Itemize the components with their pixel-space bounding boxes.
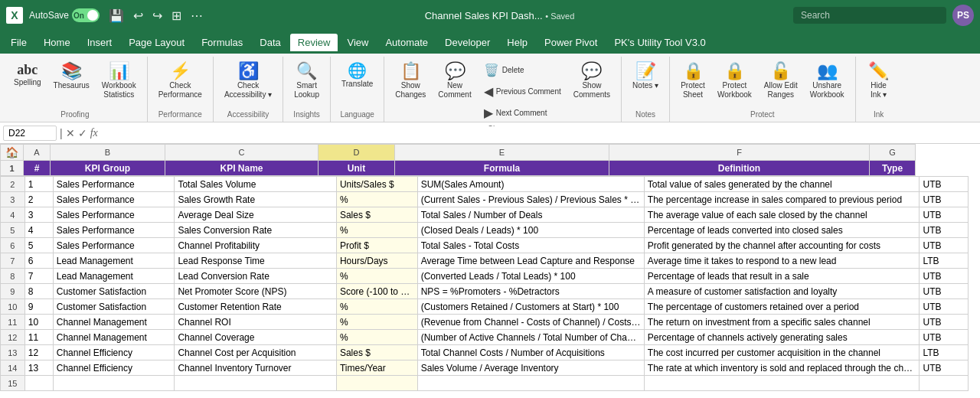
previous-comment-button[interactable]: ◀ Previous Comment: [479, 81, 566, 102]
cell-c13[interactable]: Channel Cost per Acquisition: [175, 345, 337, 360]
cell-g14[interactable]: UTB: [920, 360, 969, 376]
protect-workbook-button[interactable]: 🔒 Protect Workbook: [713, 60, 756, 103]
cell-reference-input[interactable]: [3, 126, 57, 141]
cell-b5[interactable]: Sales Performance: [53, 223, 175, 238]
menu-item-power-pivot[interactable]: Power Pivot: [537, 34, 605, 51]
cell-a14[interactable]: 13: [24, 360, 53, 376]
cell-f10[interactable]: The percentage of customers retained ove…: [644, 299, 920, 315]
cell-e2[interactable]: SUM(Sales Amount): [417, 177, 644, 192]
protect-sheet-button[interactable]: 🔒 Protect Sheet: [676, 60, 710, 103]
cell-d9[interactable]: Score (-100 to 100): [336, 284, 417, 299]
cell-d2[interactable]: Units/Sales $: [336, 177, 417, 192]
cell-d13[interactable]: Sales $: [336, 345, 417, 360]
cell-f14[interactable]: The rate at which inventory is sold and …: [644, 360, 920, 376]
cell-d5[interactable]: %: [336, 223, 417, 238]
cell-f7[interactable]: Average time it takes to respond to a ne…: [644, 253, 920, 269]
cell-f4[interactable]: The average value of each sale closed by…: [644, 207, 920, 223]
unshare-workbook-button[interactable]: 👥 Unshare Workbook: [805, 60, 849, 103]
cell-g4[interactable]: UTB: [920, 207, 969, 223]
hide-ink-button[interactable]: ✏️ Hide Ink ▾: [862, 60, 896, 103]
cell-c10[interactable]: Customer Retention Rate: [175, 299, 337, 315]
cell-b12[interactable]: Channel Management: [53, 330, 175, 345]
autosave-toggle[interactable]: On: [72, 8, 100, 22]
cell-c7[interactable]: Lead Response Time: [175, 253, 337, 269]
menu-item-review[interactable]: Review: [290, 34, 338, 51]
cell-g6[interactable]: UTB: [920, 238, 969, 253]
spelling-button[interactable]: abc Spelling: [9, 60, 46, 90]
cell-b15[interactable]: [53, 376, 175, 391]
cell-a9[interactable]: 8: [24, 284, 53, 299]
grid-icon[interactable]: ⊞: [168, 7, 185, 24]
redo-icon[interactable]: ↪: [149, 7, 165, 24]
cell-a13[interactable]: 12: [24, 345, 53, 360]
menu-item-pk's-utility-tool-v3.0[interactable]: PK's Utility Tool V3.0: [606, 34, 713, 51]
cell-e9[interactable]: NPS = %Promoters - %Detractors: [417, 284, 644, 299]
show-comments-button[interactable]: 💬 Show Comments: [569, 60, 615, 103]
cell-a3[interactable]: 2: [24, 192, 53, 207]
cell-c9[interactable]: Net Promoter Score (NPS): [175, 284, 337, 299]
cell-c4[interactable]: Average Deal Size: [175, 207, 337, 223]
cell-a6[interactable]: 5: [24, 238, 53, 253]
cell-g13[interactable]: LTB: [920, 345, 969, 360]
cell-b8[interactable]: Lead Management: [53, 269, 175, 284]
cell-f11[interactable]: The return on investment from a specific…: [644, 315, 920, 330]
show-changes-button[interactable]: 📋 Show Changes: [390, 60, 430, 103]
allow-edit-ranges-button[interactable]: 🔓 Allow Edit Ranges: [760, 60, 802, 103]
check-performance-button[interactable]: ⚡ Check Performance: [154, 60, 207, 103]
cell-g7[interactable]: LTB: [920, 253, 969, 269]
cell-c2[interactable]: Total Sales Volume: [175, 177, 337, 192]
menu-item-file[interactable]: File: [3, 34, 34, 51]
cell-g9[interactable]: UTB: [920, 284, 969, 299]
cell-e8[interactable]: (Converted Leads / Total Leads) * 100: [417, 269, 644, 284]
col-header-g[interactable]: G: [870, 145, 916, 161]
cell-a15[interactable]: [24, 376, 53, 391]
cell-f6[interactable]: Profit generated by the channel after ac…: [644, 238, 920, 253]
cell-c3[interactable]: Sales Growth Rate: [175, 192, 337, 207]
cell-f9[interactable]: A measure of customer satisfaction and l…: [644, 284, 920, 299]
save-icon[interactable]: 💾: [106, 7, 127, 24]
menu-item-insert[interactable]: Insert: [80, 34, 120, 51]
cell-d7[interactable]: Hours/Days: [336, 253, 417, 269]
cell-e11[interactable]: (Revenue from Channel - Costs of Channel…: [417, 315, 644, 330]
cell-g15[interactable]: [920, 376, 969, 391]
cell-b7[interactable]: Lead Management: [53, 253, 175, 269]
cell-b6[interactable]: Sales Performance: [53, 238, 175, 253]
menu-item-home[interactable]: Home: [36, 34, 78, 51]
check-accessibility-button[interactable]: ♿ Check Accessibility ▾: [220, 60, 276, 103]
cell-e6[interactable]: Total Sales - Total Costs: [417, 238, 644, 253]
cell-a4[interactable]: 3: [24, 207, 53, 223]
smart-lookup-button[interactable]: 🔍 Smart Lookup: [289, 60, 324, 103]
new-comment-button[interactable]: 💬 New Comment: [433, 60, 475, 103]
col-header-e[interactable]: E: [395, 145, 609, 161]
cell-e10[interactable]: (Customers Retained / Customers at Start…: [417, 299, 644, 315]
cell-g10[interactable]: UTB: [920, 299, 969, 315]
cell-a10[interactable]: 9: [24, 299, 53, 315]
cell-d12[interactable]: %: [336, 330, 417, 345]
cell-f8[interactable]: Percentage of leads that result in a sal…: [644, 269, 920, 284]
menu-item-formulas[interactable]: Formulas: [194, 34, 250, 51]
search-input[interactable]: [793, 7, 946, 24]
menu-item-developer[interactable]: Developer: [437, 34, 498, 51]
cell-b11[interactable]: Channel Management: [53, 315, 175, 330]
col-header-a[interactable]: A: [24, 145, 51, 161]
cell-c11[interactable]: Channel ROI: [175, 315, 337, 330]
thesaurus-button[interactable]: 📚 Thesaurus: [49, 60, 94, 93]
more-tools-icon[interactable]: ⋯: [188, 7, 206, 24]
cell-e3[interactable]: (Current Sales - Previous Sales) / Previ…: [417, 192, 644, 207]
insert-function-icon[interactable]: fx: [90, 127, 98, 139]
cell-g5[interactable]: UTB: [920, 223, 969, 238]
cell-c5[interactable]: Sales Conversion Rate: [175, 223, 337, 238]
cell-d15[interactable]: [336, 376, 417, 391]
cell-a7[interactable]: 6: [24, 253, 53, 269]
cell-g3[interactable]: UTB: [920, 192, 969, 207]
cancel-formula-icon[interactable]: ✕: [66, 127, 75, 139]
menu-item-automate[interactable]: Automate: [377, 34, 436, 51]
cell-c8[interactable]: Lead Conversion Rate: [175, 269, 337, 284]
formula-input[interactable]: [101, 126, 977, 140]
cell-d8[interactable]: %: [336, 269, 417, 284]
cell-d14[interactable]: Times/Year: [336, 360, 417, 376]
cell-g2[interactable]: UTB: [920, 177, 969, 192]
notes-button[interactable]: 📝 Notes ▾: [628, 60, 663, 93]
cell-c15[interactable]: [175, 376, 337, 391]
cell-f2[interactable]: Total value of sales generated by the ch…: [644, 177, 920, 192]
